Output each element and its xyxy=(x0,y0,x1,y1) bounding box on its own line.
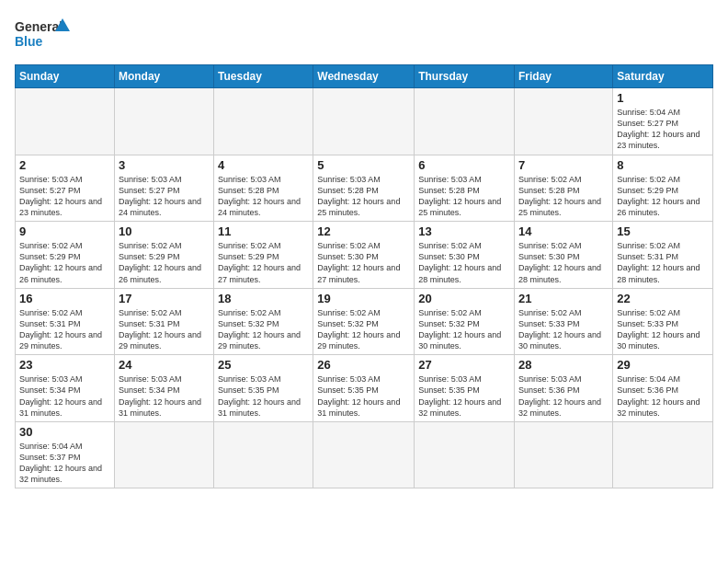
day-number: 9 xyxy=(19,224,110,238)
day-number: 25 xyxy=(218,358,309,372)
week-row-6: 30Sunrise: 5:04 AM Sunset: 5:37 PM Dayli… xyxy=(16,421,713,488)
day-info: Sunrise: 5:02 AM Sunset: 5:29 PM Dayligh… xyxy=(119,240,210,285)
day-cell: 30Sunrise: 5:04 AM Sunset: 5:37 PM Dayli… xyxy=(16,421,115,488)
day-info: Sunrise: 5:03 AM Sunset: 5:34 PM Dayligh… xyxy=(119,373,210,419)
day-info: Sunrise: 5:02 AM Sunset: 5:32 PM Dayligh… xyxy=(418,307,510,352)
day-cell: 10Sunrise: 5:02 AM Sunset: 5:29 PM Dayli… xyxy=(114,222,213,289)
day-info: Sunrise: 5:02 AM Sunset: 5:32 PM Dayligh… xyxy=(218,307,309,352)
weekday-wednesday: Wednesday xyxy=(313,65,415,88)
day-info: Sunrise: 5:03 AM Sunset: 5:35 PM Dayligh… xyxy=(317,373,410,419)
day-info: Sunrise: 5:03 AM Sunset: 5:35 PM Dayligh… xyxy=(218,373,309,419)
day-number: 8 xyxy=(617,158,709,172)
header: General Blue xyxy=(15,15,713,55)
weekday-monday: Monday xyxy=(114,65,213,88)
day-number: 1 xyxy=(617,91,709,105)
day-cell: 26Sunrise: 5:03 AM Sunset: 5:35 PM Dayli… xyxy=(313,355,415,422)
day-number: 10 xyxy=(119,224,210,238)
day-info: Sunrise: 5:02 AM Sunset: 5:28 PM Dayligh… xyxy=(518,174,609,219)
day-cell: 25Sunrise: 5:03 AM Sunset: 5:35 PM Dayli… xyxy=(214,355,313,422)
day-cell: 28Sunrise: 5:03 AM Sunset: 5:36 PM Dayli… xyxy=(515,355,613,422)
day-number: 13 xyxy=(418,224,510,238)
svg-text:Blue: Blue xyxy=(15,34,43,49)
day-info: Sunrise: 5:02 AM Sunset: 5:32 PM Dayligh… xyxy=(317,307,410,352)
day-cell: 20Sunrise: 5:02 AM Sunset: 5:32 PM Dayli… xyxy=(415,288,515,355)
day-info: Sunrise: 5:02 AM Sunset: 5:30 PM Dayligh… xyxy=(418,240,510,285)
day-number: 20 xyxy=(418,292,510,305)
day-info: Sunrise: 5:02 AM Sunset: 5:31 PM Dayligh… xyxy=(119,307,210,352)
day-cell: 18Sunrise: 5:02 AM Sunset: 5:32 PM Dayli… xyxy=(214,288,313,355)
day-cell: 4Sunrise: 5:03 AM Sunset: 5:28 PM Daylig… xyxy=(214,155,313,222)
day-cell: 15Sunrise: 5:02 AM Sunset: 5:31 PM Dayli… xyxy=(613,222,713,289)
calendar: SundayMondayTuesdayWednesdayThursdayFrid… xyxy=(15,64,713,488)
day-cell: 27Sunrise: 5:03 AM Sunset: 5:35 PM Dayli… xyxy=(415,355,515,422)
day-cell: 5Sunrise: 5:03 AM Sunset: 5:28 PM Daylig… xyxy=(313,155,415,222)
day-number: 16 xyxy=(19,292,110,305)
day-number: 19 xyxy=(317,292,410,305)
day-cell: 7Sunrise: 5:02 AM Sunset: 5:28 PM Daylig… xyxy=(515,155,613,222)
weekday-saturday: Saturday xyxy=(613,65,713,88)
day-info: Sunrise: 5:04 AM Sunset: 5:36 PM Dayligh… xyxy=(617,373,709,419)
day-cell: 11Sunrise: 5:02 AM Sunset: 5:29 PM Dayli… xyxy=(214,222,313,289)
day-info: Sunrise: 5:03 AM Sunset: 5:28 PM Dayligh… xyxy=(418,174,510,219)
weekday-tuesday: Tuesday xyxy=(214,65,313,88)
weekday-thursday: Thursday xyxy=(415,65,515,88)
day-cell: 22Sunrise: 5:02 AM Sunset: 5:33 PM Dayli… xyxy=(613,288,713,355)
day-cell xyxy=(313,421,415,488)
day-info: Sunrise: 5:03 AM Sunset: 5:28 PM Dayligh… xyxy=(317,174,410,219)
day-cell: 17Sunrise: 5:02 AM Sunset: 5:31 PM Dayli… xyxy=(114,288,213,355)
day-number: 23 xyxy=(19,358,110,372)
day-info: Sunrise: 5:02 AM Sunset: 5:29 PM Dayligh… xyxy=(218,240,309,285)
week-row-2: 2Sunrise: 5:03 AM Sunset: 5:27 PM Daylig… xyxy=(16,155,713,222)
day-number: 27 xyxy=(418,358,510,372)
day-cell: 23Sunrise: 5:03 AM Sunset: 5:34 PM Dayli… xyxy=(16,355,115,422)
day-cell: 16Sunrise: 5:02 AM Sunset: 5:31 PM Dayli… xyxy=(16,288,115,355)
day-cell xyxy=(415,421,515,488)
day-number: 11 xyxy=(218,224,309,238)
page: General Blue SundayMondayTuesdayWednesda… xyxy=(0,0,728,563)
week-row-4: 16Sunrise: 5:02 AM Sunset: 5:31 PM Dayli… xyxy=(16,288,713,355)
logo: General Blue xyxy=(15,15,70,55)
day-cell: 9Sunrise: 5:02 AM Sunset: 5:29 PM Daylig… xyxy=(16,222,115,289)
day-cell: 24Sunrise: 5:03 AM Sunset: 5:34 PM Dayli… xyxy=(114,355,213,422)
day-info: Sunrise: 5:02 AM Sunset: 5:29 PM Dayligh… xyxy=(617,174,709,219)
generalblue-logo-icon: General Blue xyxy=(15,15,70,55)
day-number: 24 xyxy=(119,358,210,372)
day-cell xyxy=(313,88,415,155)
day-number: 5 xyxy=(317,158,410,172)
day-info: Sunrise: 5:03 AM Sunset: 5:28 PM Dayligh… xyxy=(218,174,309,219)
day-number: 12 xyxy=(317,224,410,238)
day-info: Sunrise: 5:03 AM Sunset: 5:36 PM Dayligh… xyxy=(518,373,609,419)
day-cell xyxy=(515,421,613,488)
day-cell: 19Sunrise: 5:02 AM Sunset: 5:32 PM Dayli… xyxy=(313,288,415,355)
day-cell: 21Sunrise: 5:02 AM Sunset: 5:33 PM Dayli… xyxy=(515,288,613,355)
day-info: Sunrise: 5:02 AM Sunset: 5:30 PM Dayligh… xyxy=(518,240,609,285)
day-number: 18 xyxy=(218,292,309,305)
day-info: Sunrise: 5:02 AM Sunset: 5:30 PM Dayligh… xyxy=(317,240,410,285)
day-info: Sunrise: 5:03 AM Sunset: 5:34 PM Dayligh… xyxy=(19,373,110,419)
day-number: 4 xyxy=(218,158,309,172)
day-cell xyxy=(114,88,213,155)
day-cell: 13Sunrise: 5:02 AM Sunset: 5:30 PM Dayli… xyxy=(415,222,515,289)
day-number: 3 xyxy=(119,158,210,172)
day-info: Sunrise: 5:02 AM Sunset: 5:33 PM Dayligh… xyxy=(617,307,709,352)
day-info: Sunrise: 5:02 AM Sunset: 5:33 PM Dayligh… xyxy=(518,307,609,352)
day-cell: 2Sunrise: 5:03 AM Sunset: 5:27 PM Daylig… xyxy=(16,155,115,222)
day-number: 28 xyxy=(518,358,609,372)
day-cell xyxy=(515,88,613,155)
day-number: 21 xyxy=(518,292,609,305)
day-cell: 29Sunrise: 5:04 AM Sunset: 5:36 PM Dayli… xyxy=(613,355,713,422)
day-number: 15 xyxy=(617,224,709,238)
day-info: Sunrise: 5:02 AM Sunset: 5:31 PM Dayligh… xyxy=(19,307,110,352)
day-info: Sunrise: 5:03 AM Sunset: 5:35 PM Dayligh… xyxy=(418,373,510,419)
day-info: Sunrise: 5:02 AM Sunset: 5:31 PM Dayligh… xyxy=(617,240,709,285)
day-number: 2 xyxy=(19,158,110,172)
day-info: Sunrise: 5:03 AM Sunset: 5:27 PM Dayligh… xyxy=(119,174,210,219)
day-info: Sunrise: 5:04 AM Sunset: 5:27 PM Dayligh… xyxy=(617,107,709,152)
day-cell: 12Sunrise: 5:02 AM Sunset: 5:30 PM Dayli… xyxy=(313,222,415,289)
day-number: 29 xyxy=(617,358,709,372)
day-number: 17 xyxy=(119,292,210,305)
weekday-header-row: SundayMondayTuesdayWednesdayThursdayFrid… xyxy=(16,65,713,88)
day-cell xyxy=(613,421,713,488)
week-row-5: 23Sunrise: 5:03 AM Sunset: 5:34 PM Dayli… xyxy=(16,355,713,422)
day-number: 14 xyxy=(518,224,609,238)
